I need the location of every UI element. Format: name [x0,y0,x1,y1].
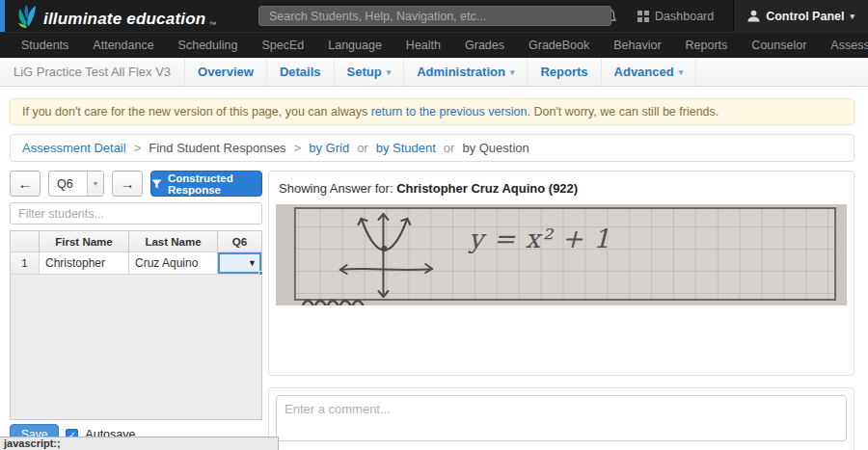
breadcrumb-or-separator: or [357,141,368,155]
dashboard-link[interactable]: Dashboard [637,10,714,23]
answer-column: Showing Answer for: Christopher Cruz Aqu… [268,171,854,450]
tab-overview-label: Overview [198,65,254,79]
dashboard-label: Dashboard [655,10,714,23]
question-select[interactable]: Q6 ▾ [48,171,104,197]
answer-panel: Showing Answer for: Christopher Cruz Aqu… [268,171,854,376]
handwritten-equation: y = x² + 1 [468,224,610,253]
tab-advanced-label: Advanced [614,65,674,79]
question-toolbar: ← Q6 ▾ → Constructed Response [10,171,262,197]
illuminate-logo[interactable]: illuminate education ™ [15,4,216,29]
logo-trademark: ™ [208,20,216,29]
filter-students-input[interactable] [10,202,262,225]
assessment-subnav: LiG Practice Test All Flex V3 Overview D… [0,58,868,87]
banner-text-after: . Don't worry, we can still be friends. [528,105,719,119]
student-answer-image[interactable]: y = x² + 1 [276,204,847,305]
breadcrumb-or-separator: or [444,141,455,155]
caret-down-icon: ▾ [679,67,684,77]
control-panel-label: Control Panel [766,10,844,23]
breadcrumb-assessment-detail[interactable]: Assessment Detail [22,141,126,155]
nav-item-language[interactable]: Language [328,39,382,52]
previous-question-button[interactable]: ← [10,171,41,197]
tab-administration[interactable]: Administration ▾ [403,58,527,86]
tab-administration-label: Administration [417,65,505,79]
vertex-dot [381,246,387,251]
nav-item-reports[interactable]: Reports [686,39,728,52]
tab-details[interactable]: Details [266,58,334,86]
students-grid-header: First Name Last Name Q6 [11,231,261,251]
table-row[interactable]: 1 Christopher Cruz Aquino ▼ [11,251,261,274]
select-caret-icon: ▾ [87,172,103,196]
control-panel-menu[interactable]: Control Panel ▾ [733,0,868,32]
logo-wordmark: illuminate education [43,10,205,29]
dashboard-grid-icon [637,11,649,22]
comment-panel [268,387,854,450]
answer-heading-prefix: Showing Answer for: [279,181,396,196]
constructed-response-label: Constructed Response [168,172,261,196]
browser-status-bar: javascript:; [0,437,279,450]
nav-item-attendance[interactable]: Attendance [93,39,153,52]
tab-details-label: Details [280,65,321,79]
breadcrumb-by-student[interactable]: by Student [376,141,436,155]
tab-reports[interactable]: Reports [527,58,600,86]
nav-item-speced[interactable]: SpecEd [261,39,304,52]
tab-setup-label: Setup [347,65,382,79]
tab-advanced[interactable]: Advanced ▾ [601,58,697,86]
constructed-response-filter-button[interactable]: Constructed Response [150,171,262,197]
column-header-first-name[interactable]: First Name [40,231,129,251]
left-edge-accent-strip [0,0,5,32]
next-question-button[interactable]: → [112,171,143,197]
nav-item-assessments[interactable]: Assessments [830,39,868,52]
last-name-cell[interactable]: Cruz Aquino [129,252,218,274]
column-header-number[interactable] [11,231,40,251]
nav-item-grades[interactable]: Grades [465,39,504,52]
grid-empty-area [10,274,262,420]
selection-handle[interactable] [258,271,263,276]
arrow-right-icon: → [121,175,135,192]
caret-down-icon: ▾ [387,67,392,77]
version-notice-banner: If you don't care for the new version of… [10,98,854,125]
module-nav-bar: Students Attendance Scheduling SpecEd La… [0,32,868,58]
row-number-cell: 1 [11,252,40,274]
tab-overview[interactable]: Overview [184,58,266,86]
breadcrumb-by-question: by Question [462,141,529,155]
breadcrumb: Assessment Detail > Find Student Respons… [10,134,854,162]
column-header-q6[interactable]: Q6 [218,231,261,251]
column-header-last-name[interactable]: Last Name [129,231,218,251]
assessment-title: LiG Practice Test All Flex V3 [0,58,184,86]
nav-item-behavior[interactable]: Behavior [613,39,661,52]
illuminate-bird-icon [15,4,41,29]
nav-item-students[interactable]: Students [21,39,68,52]
breadcrumb-by-grid[interactable]: by Grid [309,141,349,155]
breadcrumb-find-student-responses: Find Student Responses [149,141,285,155]
global-search-input[interactable] [258,6,611,26]
previous-version-link[interactable]: return to the previous version [371,105,528,119]
global-search [258,6,611,26]
nav-item-gradebook[interactable]: GradeBook [529,39,589,52]
caret-down-icon: ▾ [510,67,515,77]
first-name-cell[interactable]: Christopher [40,252,129,274]
funnel-filter-icon [151,179,162,189]
students-grid: First Name Last Name Q6 1 Christopher Cr… [10,230,262,274]
main-content: ← Q6 ▾ → Constructed Response First Name [10,171,854,450]
question-select-value: Q6 [57,177,73,191]
student-response-panel: ← Q6 ▾ → Constructed Response First Name [10,171,262,445]
banner-text-before: If you don't care for the new version of… [22,105,371,119]
breadcrumb-separator: > [134,141,142,155]
tab-setup[interactable]: Setup ▾ [334,58,404,86]
user-icon [747,10,760,22]
score-select-caret-icon: ▼ [248,258,257,268]
breadcrumb-separator: > [294,141,302,155]
top-header-bar: illuminate education ™ Dashboard [0,0,868,32]
nav-item-counselor[interactable]: Counselor [751,39,806,52]
arrow-left-icon: ← [18,175,33,192]
q6-score-select-cell[interactable]: ▼ [218,252,261,274]
tab-reports-label: Reports [540,65,587,79]
nav-item-scheduling[interactable]: Scheduling [178,39,238,52]
header-right-cluster: Dashboard Control Panel ▾ [603,0,868,32]
answer-heading: Showing Answer for: Christopher Cruz Aqu… [269,172,854,204]
caret-down-icon: ▾ [850,12,854,21]
answer-student-name: Christopher Cruz Aquino (922) [396,181,578,196]
comment-textarea[interactable] [276,395,847,441]
nav-item-health[interactable]: Health [406,39,441,52]
